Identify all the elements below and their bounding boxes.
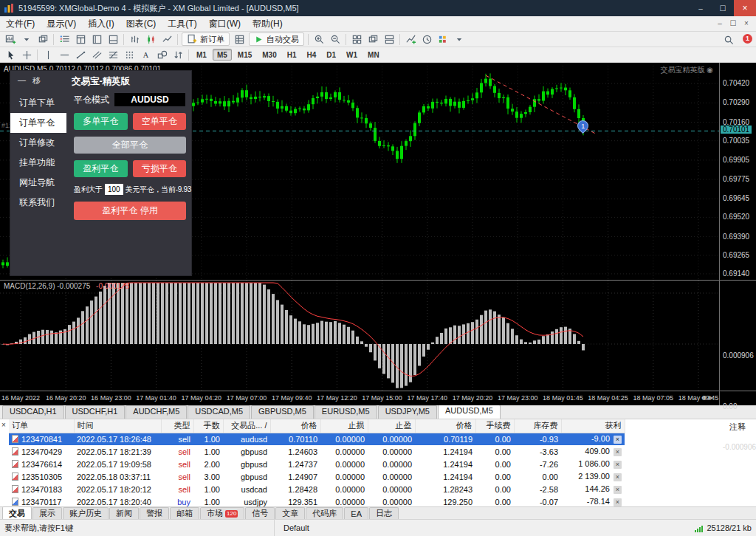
chart-tab[interactable]: USDJPY,M5 [378, 405, 437, 419]
chart-tab[interactable]: GBPUSD,M5 [251, 405, 314, 419]
autotrading-button[interactable]: 自动交易 [249, 32, 304, 46]
terminal-column-header[interactable]: 订单 [9, 419, 74, 433]
terminal-tab-展示[interactable]: 展示 [32, 507, 62, 519]
chart-tab[interactable]: AUDCHF,M5 [126, 405, 187, 419]
horizontal-line-tool[interactable] [56, 48, 72, 61]
trendline-tool[interactable] [72, 48, 89, 61]
timeframe-m1[interactable]: M1 [192, 49, 211, 61]
panel-menu-item[interactable]: 联系我们 [10, 193, 66, 213]
order-row[interactable]: 1234701832022.05.17 18:20:12sell1.00usdc… [9, 483, 625, 495]
notification-badge[interactable]: 1 [743, 34, 752, 44]
fibonacci-tool[interactable] [105, 48, 121, 61]
status-profile[interactable]: Default [275, 523, 309, 532]
panel-menu-item[interactable]: 订单平仓 [10, 113, 66, 133]
tile-horizontal-button[interactable] [381, 32, 397, 46]
terminal-tab-账户历史[interactable]: 账户历史 [63, 507, 109, 519]
menu-item[interactable]: 图表(C) [120, 16, 162, 31]
close-profit-button[interactable]: 盈利平仓 [74, 160, 128, 177]
shapes-tool[interactable] [154, 48, 170, 61]
menu-item[interactable]: 显示(V) [41, 16, 82, 31]
timeframe-d1[interactable]: D1 [322, 49, 340, 61]
terminal-column-header[interactable]: 时间 [74, 419, 161, 433]
crosshair-tool[interactable] [18, 48, 35, 61]
panel-menu-item[interactable]: 网址导航 [10, 173, 66, 193]
market-watch-button[interactable] [56, 32, 72, 46]
zoom-out-button[interactable] [327, 32, 343, 46]
menu-item[interactable]: 帮助(H) [247, 16, 289, 31]
timeframe-mn[interactable]: MN [363, 49, 384, 61]
terminal-column-header[interactable]: 交易品... / [223, 419, 270, 433]
chart-tab[interactable]: USDCAD,H1 [2, 405, 64, 419]
data-window-button[interactable] [72, 32, 89, 46]
terminal-column-header[interactable]: 获利 [561, 419, 625, 433]
indicators-button[interactable] [402, 32, 419, 46]
terminal-tab-代码库[interactable]: 代码库 [306, 507, 343, 519]
panel-menu-item[interactable]: 订单下单 [10, 93, 66, 113]
terminal-column-header[interactable]: 手续费 [475, 419, 514, 433]
order-row[interactable]: 1234766142022.05.17 19:09:58sell2.00gbpu… [9, 458, 625, 470]
profit-amount-input[interactable] [105, 184, 123, 195]
timeframe-h4[interactable]: H4 [303, 49, 321, 61]
new-chart-button[interactable] [2, 32, 18, 46]
navigator-button[interactable] [89, 32, 105, 46]
menu-item[interactable]: 窗口(W) [203, 16, 247, 31]
panel-menu-item[interactable]: 订单修改 [10, 133, 66, 153]
panel-toggle-icon[interactable]: ◉ [707, 66, 713, 74]
terminal-tab-EA[interactable]: EA [344, 507, 368, 519]
text-tool[interactable]: A [137, 48, 154, 61]
terminal-tab-市场[interactable]: 市场120 [200, 507, 244, 519]
timeframe-h1[interactable]: H1 [283, 49, 301, 61]
close-all-button[interactable]: 全部平仓 [74, 137, 186, 154]
macd-pane[interactable]: MACD(12,26,9) -0.000275 -0.000178 [0, 281, 756, 391]
terminal-column-header[interactable]: 止盈 [368, 419, 415, 433]
vertical-line-tool[interactable] [40, 48, 56, 61]
close-short-button[interactable]: 空单平仓 [133, 113, 187, 130]
panel-menu-item[interactable]: 挂单功能 [10, 153, 66, 173]
terminal-tab-信号[interactable]: 信号 [245, 507, 275, 519]
cursor-tool[interactable] [2, 48, 18, 61]
search-icon[interactable] [721, 33, 737, 47]
cascade-windows-button[interactable] [365, 32, 381, 46]
terminal-close-button[interactable]: × [1, 422, 9, 429]
chart-tab[interactable]: USDCHF,H1 [65, 405, 126, 419]
close-mode-symbol[interactable]: AUDUSD [114, 93, 185, 106]
close-order-button[interactable]: × [614, 448, 622, 456]
mdi-restore-button[interactable]: ☐ [726, 16, 740, 31]
mdi-minimize-button[interactable]: – [713, 16, 726, 31]
chart-list-dropdown[interactable] [18, 32, 35, 46]
terminal-column-header[interactable]: 库存费 [514, 419, 561, 433]
menu-item[interactable]: 工具(T) [162, 16, 202, 31]
close-loss-button[interactable]: 亏损平仓 [133, 160, 187, 177]
close-order-button[interactable]: × [614, 461, 622, 469]
templates-button[interactable] [435, 32, 451, 46]
chart-tab[interactable]: USDCAD,M5 [188, 405, 250, 419]
terminal-tab-邮箱[interactable]: 邮箱 [170, 507, 199, 519]
periods-button[interactable] [419, 32, 435, 46]
terminal-column-header[interactable]: 价格 [270, 419, 320, 433]
time-axis[interactable]: ◀▶ 16 May 202216 May 20:2016 May 23:0017… [0, 391, 756, 405]
order-row[interactable]: 1234708412022.05.17 18:26:48sell1.00audu… [9, 433, 625, 445]
mdi-close-button[interactable]: × [740, 16, 753, 31]
close-long-button[interactable]: 多单平仓 [74, 113, 128, 130]
arrows-tool[interactable] [170, 48, 186, 61]
channel-tool[interactable] [89, 48, 105, 61]
terminal-tab-交易[interactable]: 交易 [2, 506, 32, 519]
terminal-tab-警报[interactable]: 警报 [140, 507, 169, 519]
terminal-column-header[interactable]: 类型 [161, 419, 193, 433]
profiles-button[interactable] [35, 32, 51, 46]
close-order-button[interactable]: × [614, 486, 622, 494]
terminal-column-header[interactable]: 止损 [320, 419, 368, 433]
new-order-button[interactable]: 新订单 [182, 32, 230, 46]
timeframe-w1[interactable]: W1 [342, 49, 362, 61]
terminal-tab-新闻[interactable]: 新闻 [109, 507, 139, 519]
terminal-tab-文章[interactable]: 文章 [275, 507, 305, 519]
timeframe-m15[interactable]: M15 [233, 49, 256, 61]
zoom-in-button[interactable] [311, 32, 327, 46]
close-order-button[interactable]: × [614, 498, 622, 506]
menu-item[interactable]: 插入(I) [82, 16, 120, 31]
chart-tab[interactable]: EURUSD,M5 [315, 405, 377, 419]
tile-windows-button[interactable] [348, 32, 365, 46]
terminal-column-header[interactable]: 手数 [193, 419, 223, 433]
line-chart-button[interactable] [159, 32, 175, 46]
expert-grid-button[interactable] [231, 32, 247, 46]
